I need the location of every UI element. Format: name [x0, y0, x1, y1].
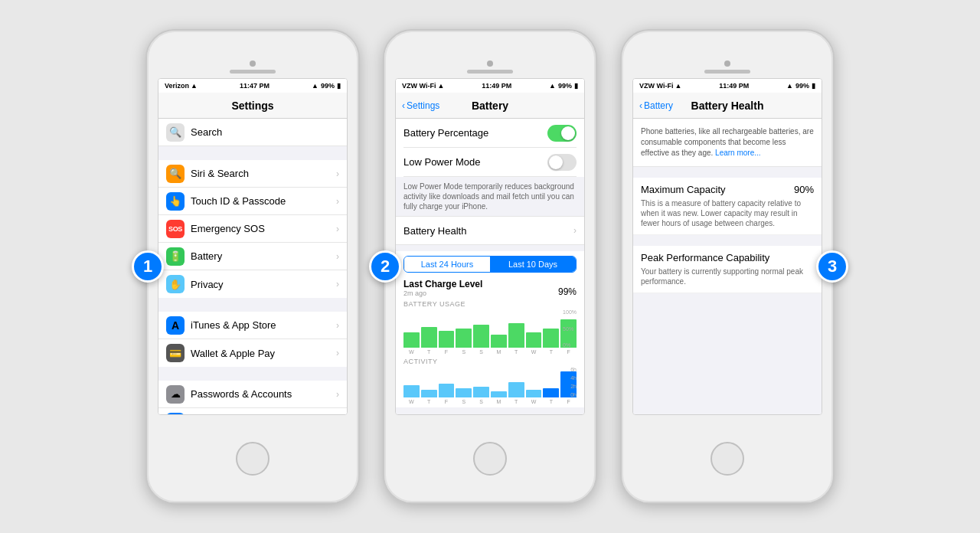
screen-2: VZW Wi-Fi ▲ 11:49 PM ▲ 99% ▮ ‹ Settings … — [395, 78, 585, 415]
search-row[interactable]: 🔍 Search — [158, 119, 347, 146]
chevron-icon: › — [336, 168, 339, 179]
chevron-icon-3: › — [336, 224, 339, 234]
health-chevron: › — [573, 225, 577, 236]
bar — [439, 331, 455, 348]
front-camera-1 — [250, 60, 256, 67]
appstore-icon: A — [166, 316, 185, 335]
status-bar-1: Verizon ▲ 11:47 PM ▲ 99% ▮ — [158, 79, 347, 93]
battery-icon-3: ▮ — [812, 82, 815, 90]
phone-2: VZW Wi-Fi ▲ 11:49 PM ▲ 99% ▮ ‹ Settings … — [383, 29, 597, 504]
battery-content: Battery Percentage Low Power Mode Low Po… — [396, 119, 584, 415]
status-left-1: Verizon ▲ — [165, 82, 198, 90]
status-right-2: ▲ 99% ▮ — [549, 82, 578, 90]
passwords-row[interactable]: ☁ Passwords & Accounts › — [158, 381, 347, 408]
speaker-2 — [467, 70, 513, 74]
sos-row[interactable]: SOS Emergency SOS › — [158, 215, 347, 243]
siri-icon: 🔍 — [166, 165, 185, 183]
bar — [508, 323, 524, 348]
tab-10d[interactable]: Last 10 Days — [490, 257, 576, 272]
chevron-icon-6: › — [336, 320, 339, 331]
wallet-icon: 💳 — [166, 344, 185, 362]
battery-percentage-row[interactable]: Battery Percentage — [403, 119, 577, 148]
activity-chart — [403, 367, 577, 397]
percentage-toggle[interactable] — [547, 125, 577, 142]
low-power-row[interactable]: Low Power Mode — [403, 148, 577, 177]
peak-perf-title-line: Peak Performance Capability — [641, 252, 814, 263]
battery-toggles: Battery Percentage Low Power Mode — [396, 119, 584, 177]
mail-row[interactable]: ✉ Mail › — [158, 408, 347, 415]
charge-level-title: Last Charge Level — [403, 279, 482, 289]
home-button-2[interactable] — [473, 442, 507, 476]
search-icon: 🔍 — [166, 123, 185, 142]
battery-pct-3: 99% — [795, 82, 809, 90]
tab-24h[interactable]: Last 24 Hours — [404, 257, 490, 272]
chevron-icon-4: › — [336, 251, 339, 262]
badge-1: 1 — [132, 250, 164, 283]
phone-shell-3: VZW Wi-Fi ▲ 11:49 PM ▲ 99% ▮ ‹ Battery B… — [620, 29, 835, 504]
act-bar — [473, 387, 489, 397]
status-bar-2: VZW Wi-Fi ▲ 11:49 PM ▲ 99% ▮ — [396, 79, 584, 93]
battery-row[interactable]: 🔋 Battery › — [158, 243, 347, 270]
sos-label: Emergency SOS — [191, 223, 330, 234]
phone-3: VZW Wi-Fi ▲ 11:49 PM ▲ 99% ▮ ‹ Battery B… — [620, 29, 835, 504]
back-button-3[interactable]: ‹ Battery — [639, 100, 673, 111]
privacy-icon: ✋ — [166, 275, 185, 293]
badge-3: 3 — [816, 250, 848, 283]
max-cap-title-line: Maximum Capacity 90% — [641, 184, 814, 195]
toggle-knob-2 — [549, 155, 563, 169]
max-cap-desc: This is a measure of battery capacity re… — [641, 198, 814, 228]
touchid-row[interactable]: 👆 Touch ID & Passcode › — [158, 188, 347, 215]
bar — [456, 329, 472, 348]
carrier-1: Verizon — [165, 82, 189, 90]
charge-level-row: Last Charge Level 2m ago 99% — [403, 279, 577, 297]
siri-search-row[interactable]: 🔍 Siri & Search › — [158, 160, 347, 188]
low-power-toggle[interactable] — [547, 154, 577, 171]
usage-chart — [403, 309, 577, 348]
time-2: 11:49 PM — [482, 82, 511, 90]
nav-title-2: Battery — [472, 100, 508, 112]
battery-health-row[interactable]: Battery Health › — [396, 216, 584, 245]
appstore-label: iTunes & App Store — [191, 319, 330, 331]
wifi-icon-2: ▲ — [437, 82, 444, 90]
usage-label: BATTERY USAGE — [403, 300, 577, 308]
bar — [403, 332, 420, 348]
status-right-3: ▲ 99% ▮ — [786, 82, 815, 90]
settings-list-1: 🔍 Search 🔍 Siri & Search › 👆 Touch ID & … — [158, 119, 347, 415]
status-left-3: VZW Wi-Fi ▲ — [639, 82, 681, 90]
home-button-3[interactable] — [710, 442, 744, 476]
activity-lines: 6h4h2h0h — [570, 367, 577, 397]
speaker-3 — [704, 70, 750, 74]
privacy-row[interactable]: ✋ Privacy › — [158, 270, 347, 298]
time-3: 11:49 PM — [719, 82, 749, 90]
appstore-row[interactable]: A iTunes & App Store › — [158, 312, 347, 339]
phone-top-2 — [384, 31, 596, 78]
sos-icon: SOS — [166, 220, 185, 238]
act-bar — [491, 391, 507, 397]
wifi-icon-3: ▲ — [675, 82, 681, 90]
learn-more-link[interactable]: Learn more... — [715, 149, 760, 157]
back-chevron-2: ‹ — [402, 100, 405, 111]
wallet-row[interactable]: 💳 Wallet & Apple Pay › — [158, 339, 347, 367]
x-labels-activity: WTFSSMTWTF — [403, 399, 577, 404]
status-left-2: VZW Wi-Fi ▲ — [402, 82, 444, 90]
phone-shell-2: VZW Wi-Fi ▲ 11:49 PM ▲ 99% ▮ ‹ Settings … — [383, 29, 597, 504]
back-button-2[interactable]: ‹ Settings — [402, 100, 439, 111]
location-icon-2: ▲ — [549, 82, 556, 90]
touchid-label: Touch ID & Passcode — [191, 195, 330, 207]
battery-label: Battery — [191, 250, 330, 262]
phone-bottom-2 — [473, 415, 507, 502]
max-capacity-row: Maximum Capacity 90% This is a measure o… — [633, 178, 822, 235]
section-2: A iTunes & App Store › 💳 Wallet & Apple … — [158, 312, 347, 367]
bar — [526, 332, 542, 348]
front-camera-2 — [487, 60, 493, 67]
touchid-icon: 👆 — [166, 192, 185, 211]
charge-level-info: Last Charge Level 2m ago — [403, 279, 482, 297]
home-button-1[interactable] — [236, 442, 270, 476]
bar — [491, 335, 507, 348]
chart-tabs: Last 24 Hours Last 10 Days — [403, 256, 577, 273]
passwords-label: Passwords & Accounts — [191, 388, 330, 400]
phone-1: Verizon ▲ 11:47 PM ▲ 99% ▮ Settings 🔍 — [145, 29, 360, 504]
battery-icon-1: ▮ — [337, 82, 341, 90]
battery-icon-2: ▮ — [574, 82, 578, 90]
bar — [543, 329, 559, 348]
